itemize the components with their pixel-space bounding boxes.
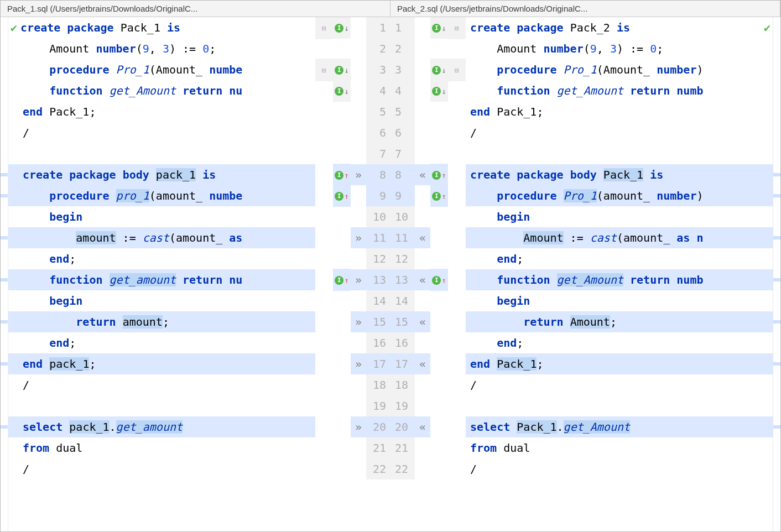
code-line[interactable]: /6	[8, 122, 390, 143]
code-line[interactable]: 10 begin	[390, 206, 773, 227]
code-line[interactable]: 6/	[390, 122, 773, 143]
line-number: 20	[390, 416, 415, 437]
code-line[interactable]: 15« return Amount;	[390, 311, 773, 332]
code-line[interactable]: 22/	[390, 458, 773, 479]
line-number: 13	[366, 269, 390, 290]
apply-arrow-icon[interactable]: «	[415, 269, 430, 290]
code-line[interactable]: 13«I function get_Amount return numb	[390, 269, 773, 290]
apply-arrow-icon[interactable]: »	[351, 269, 366, 290]
code-line[interactable]: 17«end Pack_1;	[390, 353, 773, 374]
code-line[interactable]: end;12	[8, 248, 390, 269]
code-line[interactable]: end Pack_1;5	[8, 101, 390, 122]
code-line[interactable]: /22	[8, 458, 390, 479]
tab-right-file[interactable]: Pack_2.sql (/Users/jetbrains/Downloads/O…	[390, 1, 780, 17]
code-line[interactable]: 8«Icreate package body Pack_1 is	[390, 164, 773, 185]
code-line[interactable]: function get_amount return nuI»13	[8, 269, 390, 290]
usage-icon[interactable]: I	[432, 66, 441, 75]
code-line[interactable]: select pack_1.get_amount»20	[8, 416, 390, 437]
apply-arrow-icon[interactable]: «	[415, 311, 430, 332]
apply-arrow-icon[interactable]: »	[351, 416, 366, 437]
apply-arrow-icon[interactable]: »	[351, 164, 366, 185]
code-line[interactable]: begin10	[8, 206, 390, 227]
line-number: 4	[390, 80, 415, 101]
code-line[interactable]: return amount;»15	[8, 311, 390, 332]
fold-icon[interactable]: ⊟	[322, 66, 326, 75]
usage-icon[interactable]: I	[432, 276, 441, 285]
fold-icon[interactable]: ⊟	[322, 24, 326, 33]
code-line[interactable]: 1I⊟create package Pack_2 is✔	[390, 17, 773, 38]
code-line[interactable]: ✔create package Pack_1 is⊟I1	[8, 17, 390, 38]
usage-icon[interactable]: I	[335, 87, 343, 96]
code-line[interactable]: 4I function get_Amount return numb	[390, 80, 773, 101]
line-number: 17	[366, 353, 390, 374]
check-icon: ✔	[764, 17, 770, 38]
left-editor[interactable]: ✔create package Pack_1 is⊟I1 Amount numb…	[1, 17, 390, 531]
usage-icon[interactable]: I	[432, 192, 441, 201]
code-line[interactable]: 20«select Pack_1.get_Amount	[390, 416, 773, 437]
code-line[interactable]: begin14	[8, 290, 390, 311]
code-line[interactable]: 9I procedure Pro_1(amount_ number)	[390, 185, 773, 206]
line-number: 16	[366, 332, 390, 353]
code-line[interactable]: 19	[390, 395, 773, 416]
code-line[interactable]: 7	[8, 143, 390, 164]
line-number: 4	[366, 80, 390, 101]
apply-arrow-icon[interactable]: »	[351, 353, 366, 374]
line-number: 7	[390, 143, 415, 164]
code-line[interactable]: procedure pro_1(amount_ numbeI9	[8, 185, 390, 206]
check-icon: ✔	[11, 21, 17, 34]
line-number: 5	[366, 101, 390, 122]
line-number: 3	[390, 59, 415, 80]
code-line[interactable]: end pack_1;»17	[8, 353, 390, 374]
usage-icon[interactable]: I	[335, 171, 343, 180]
code-line[interactable]: 11« Amount := cast(amount_ as n	[390, 227, 773, 248]
apply-arrow-icon[interactable]: «	[415, 164, 430, 185]
apply-arrow-icon[interactable]: »	[351, 311, 366, 332]
usage-icon[interactable]: I	[335, 276, 343, 285]
line-number: 17	[390, 353, 415, 374]
code-line[interactable]: from dual21	[8, 437, 390, 458]
line-number: 18	[366, 374, 390, 395]
tab-bar: Pack_1.sql (/Users/jetbrains/Downloads/O…	[1, 1, 780, 17]
code-line[interactable]: 5end Pack_1;	[390, 101, 773, 122]
line-number: 21	[366, 437, 390, 458]
usage-icon[interactable]: I	[335, 192, 343, 201]
apply-arrow-icon[interactable]: «	[415, 353, 430, 374]
code-line[interactable]: 3I⊟ procedure Pro_1(Amount_ number)	[390, 59, 773, 80]
line-number: 11	[390, 227, 415, 248]
fold-icon[interactable]: ⊟	[455, 66, 459, 75]
code-line[interactable]: 18/	[390, 374, 773, 395]
code-line[interactable]: 14 begin	[390, 290, 773, 311]
apply-arrow-icon[interactable]: «	[415, 416, 430, 437]
usage-icon[interactable]: I	[432, 87, 441, 96]
usage-icon[interactable]: I	[335, 24, 343, 33]
code-line[interactable]: 16 end;	[390, 332, 773, 353]
code-line[interactable]: amount := cast(amount_ as»11	[8, 227, 390, 248]
apply-arrow-icon[interactable]: «	[415, 227, 430, 248]
tab-left-file[interactable]: Pack_1.sql (/Users/jetbrains/Downloads/O…	[1, 1, 390, 17]
code-line[interactable]: 19	[8, 395, 390, 416]
line-number: 19	[390, 395, 415, 416]
code-line[interactable]: procedure Pro_1(Amount_ numbe⊟I3	[8, 59, 390, 80]
line-number: 22	[366, 458, 390, 479]
code-line[interactable]: 2 Amount number(9, 3) := 0;	[390, 38, 773, 59]
line-number: 10	[390, 206, 415, 227]
code-line[interactable]: 12 end;	[390, 248, 773, 269]
line-number: 21	[390, 437, 415, 458]
code-line[interactable]: create package body pack_1 isI»8	[8, 164, 390, 185]
code-line[interactable]: end;16	[8, 332, 390, 353]
usage-icon[interactable]: I	[335, 66, 343, 75]
code-line[interactable]: function get_Amount return nuI4	[8, 80, 390, 101]
code-line[interactable]: 7	[390, 143, 773, 164]
diff-viewer: Pack_1.sql (/Users/jetbrains/Downloads/O…	[0, 0, 781, 532]
code-line[interactable]: 21from dual	[390, 437, 773, 458]
right-overview[interactable]	[773, 17, 780, 531]
usage-icon[interactable]: I	[432, 171, 441, 180]
usage-icon[interactable]: I	[432, 24, 441, 33]
right-pane: 1I⊟create package Pack_2 is✔2 Amount num…	[390, 17, 780, 531]
code-line[interactable]: Amount number(9, 3) := 0;2	[8, 38, 390, 59]
line-number: 5	[390, 101, 415, 122]
apply-arrow-icon[interactable]: »	[351, 227, 366, 248]
right-editor[interactable]: 1I⊟create package Pack_2 is✔2 Amount num…	[390, 17, 780, 531]
code-line[interactable]: /18	[8, 374, 390, 395]
fold-icon[interactable]: ⊟	[455, 24, 459, 33]
